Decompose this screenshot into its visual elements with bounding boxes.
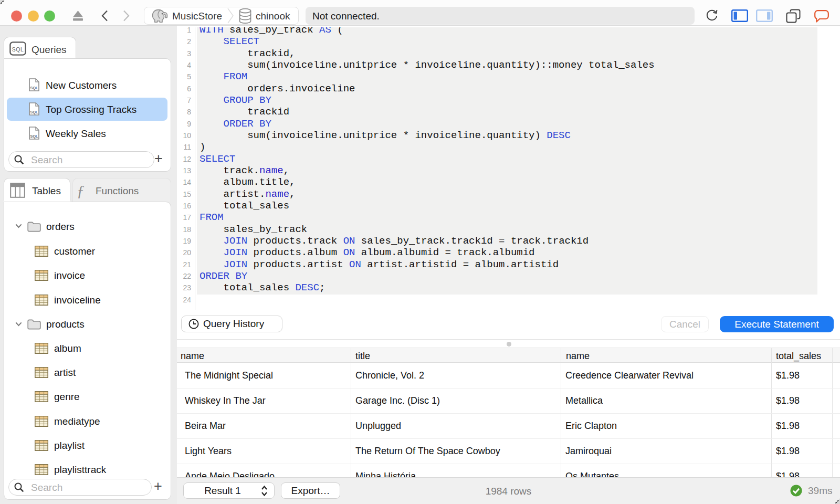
svg-text:SQL: SQL: [12, 46, 24, 52]
